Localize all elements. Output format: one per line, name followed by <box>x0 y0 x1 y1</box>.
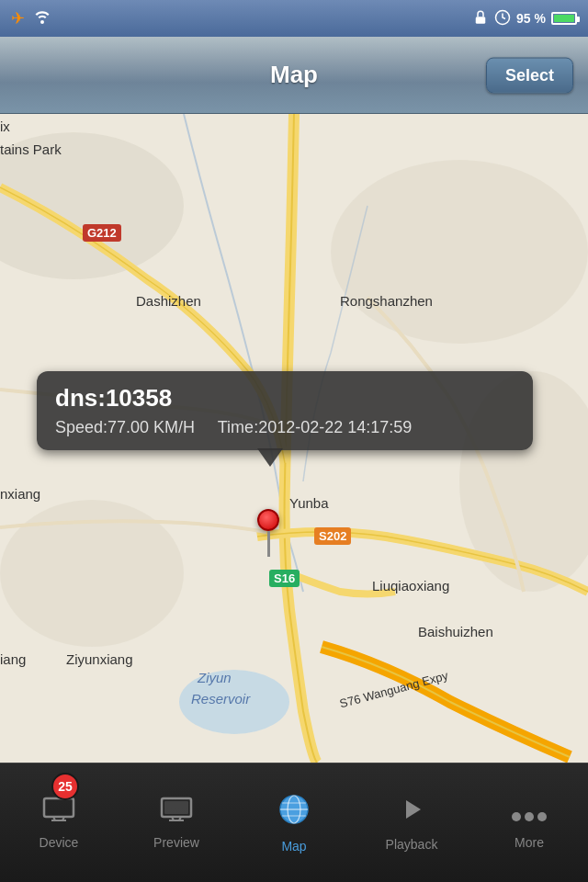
tab-device[interactable]: 25 Device <box>0 763 118 882</box>
svg-point-21 <box>537 812 547 821</box>
status-bar: ✈ 95 % <box>0 0 588 37</box>
road-badge-s202: S202 <box>314 527 351 545</box>
tab-more-label: More <box>514 835 544 850</box>
clock-icon <box>494 9 511 28</box>
tab-device-label: Device <box>40 835 79 850</box>
svg-point-19 <box>512 812 521 821</box>
callout-details: Speed:77.00 KM/H Time:2012-02-22 14:17:5… <box>55 418 514 437</box>
svg-point-7 <box>179 670 289 734</box>
svg-rect-11 <box>164 801 188 814</box>
status-left: ✈ <box>11 8 52 28</box>
dots-icon <box>511 796 548 830</box>
svg-rect-0 <box>476 17 486 24</box>
svg-point-4 <box>331 160 588 344</box>
tab-playback-label: Playback <box>386 837 438 852</box>
location-callout[interactable]: dns:10358 Speed:77.00 KM/H Time:2012-02-… <box>37 371 533 450</box>
tab-map-label: Map <box>281 839 306 854</box>
map-pin[interactable] <box>257 509 279 557</box>
tab-map[interactable]: Map <box>235 763 353 882</box>
pin-stem <box>267 531 270 557</box>
tab-preview-label: Preview <box>153 835 199 850</box>
monitor-icon <box>42 796 75 830</box>
select-button[interactable]: Select <box>486 57 573 93</box>
battery-indicator <box>551 12 577 25</box>
screen-icon <box>160 796 193 830</box>
callout-speed: Speed:77.00 KM/H <box>55 418 195 436</box>
play-icon <box>397 795 426 831</box>
pin-circle <box>257 509 279 531</box>
callout-title: dns:10358 <box>55 384 514 413</box>
road-badge-g212: G212 <box>83 224 121 242</box>
road-badge-s16: S16 <box>269 570 300 587</box>
device-badge: 25 <box>51 773 79 800</box>
tab-preview[interactable]: Preview <box>118 763 235 882</box>
svg-point-20 <box>525 812 534 821</box>
wifi-icon <box>32 9 52 28</box>
page-title: Map <box>270 61 318 89</box>
globe-icon <box>277 793 311 833</box>
map-area[interactable]: ix tains Park Dashizhen Rongshanzhen nxi… <box>0 114 588 763</box>
nav-bar: Map Select <box>0 37 588 114</box>
tab-playback[interactable]: Playback <box>353 763 470 882</box>
callout-time: Time:2012-02-22 14:17:59 <box>218 418 412 436</box>
tab-bar: 25 Device Preview <box>0 763 588 882</box>
svg-marker-18 <box>406 800 421 819</box>
tab-more[interactable]: More <box>470 763 588 882</box>
status-right: 95 % <box>472 9 577 28</box>
battery-percent: 95 % <box>516 11 546 26</box>
airplane-icon: ✈ <box>11 8 25 28</box>
lock-icon <box>472 9 489 28</box>
svg-rect-8 <box>44 798 74 817</box>
